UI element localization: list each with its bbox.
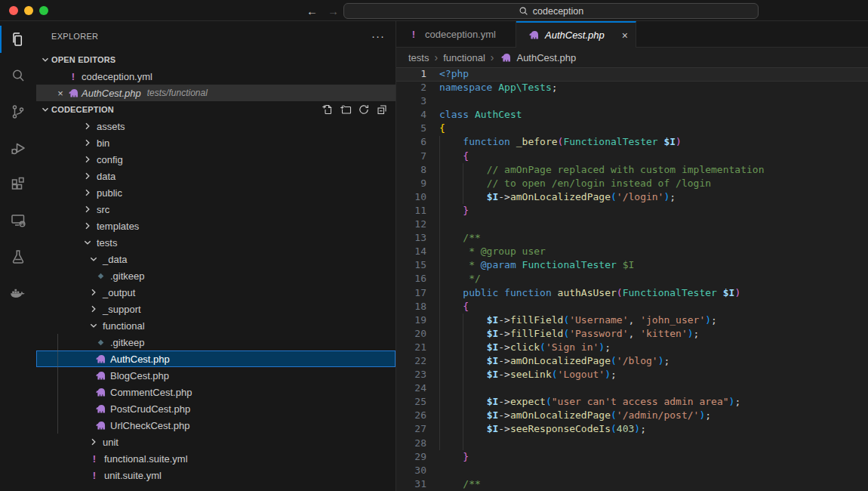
tree-item-label: UrlCheckCest.php [110, 420, 190, 431]
codeception-yml-icon: ! [407, 29, 420, 40]
line-number: 11 [396, 204, 426, 218]
chevron-down-icon [39, 54, 51, 66]
tree-item-assets[interactable]: assets [36, 118, 396, 134]
code-line: 13 /** [396, 231, 868, 245]
close-tab-icon[interactable]: × [622, 30, 628, 41]
php-elephant-icon [94, 370, 107, 381]
tree-item-public[interactable]: public [36, 184, 396, 201]
line-number: 4 [396, 108, 426, 122]
code-line-text: $I->amOnLocalizedPage('/blog'); [426, 354, 669, 368]
explorer-more-actions-button[interactable]: ··· [371, 32, 385, 40]
tree-item-label: src [97, 204, 109, 215]
refresh-button[interactable] [358, 103, 370, 116]
chevron-down-icon [88, 320, 100, 332]
file-tree: assetsbinconfigdatapublicsrctemplatestes… [36, 118, 396, 483]
line-number: 13 [396, 231, 426, 245]
code-line-text: function _before(FunctionalTester $I) [426, 135, 682, 149]
activity-testing-icon[interactable] [0, 239, 36, 275]
close-window-button[interactable] [9, 6, 18, 15]
tree-item--data[interactable]: _data [36, 251, 396, 267]
tree-item-label: bin [97, 137, 109, 149]
line-number: 1 [396, 67, 426, 81]
code-line-text: $I->amOnLocalizedPage('/login'); [426, 190, 676, 204]
activity-extensions-icon[interactable] [0, 166, 36, 202]
tree-item-tests[interactable]: tests [36, 234, 396, 251]
breadcrumb-item-authcest-php[interactable]: AuthCest.php [499, 52, 576, 63]
tree-item--output[interactable]: _output [36, 284, 396, 301]
vscode-window: ← → codeception [0, 0, 868, 491]
back-arrow-icon[interactable]: ← [306, 5, 318, 17]
code-line: 22 $I->amOnLocalizedPage('/blog'); [396, 354, 868, 368]
code-line: 27 $I->seeResponseCodeIs(403); [396, 422, 868, 436]
tree-item-blogcest-php[interactable]: BlogCest.php [36, 367, 396, 384]
activity-remote-explorer-icon[interactable] [0, 202, 36, 239]
codeception-yml-icon: ! [66, 71, 80, 82]
code-line-text: } [426, 450, 469, 464]
tree-item-templates[interactable]: templates [36, 218, 396, 234]
open-editor-description: tests/functional [147, 88, 208, 98]
project-section-header[interactable]: CODECEPTION [36, 101, 396, 118]
tree-item-unit-suite-yml[interactable]: !unit.suite.yml [36, 467, 396, 483]
code-line-text [426, 437, 439, 450]
collapse-all-button[interactable] [376, 103, 388, 116]
code-line-text: { [426, 150, 469, 163]
code-line: 15 * @param FunctionalTester $I [396, 258, 868, 272]
tree-item-config[interactable]: config [36, 151, 396, 168]
chevron-right-icon [88, 286, 100, 298]
activity-run-debug-icon[interactable] [0, 130, 36, 166]
activity-source-control-icon[interactable] [0, 94, 36, 130]
command-center-search[interactable]: codeception [343, 3, 759, 19]
tree-item-label: tests [97, 237, 117, 249]
close-editor-icon[interactable]: × [54, 88, 66, 99]
activity-search-icon[interactable] [0, 57, 36, 94]
chevron-down-icon [39, 103, 51, 116]
tree-item-label: functional [103, 320, 145, 332]
open-editor-item[interactable]: !codeception.yml [36, 68, 396, 85]
zoom-window-button[interactable] [39, 6, 48, 15]
tab-codeception-yml[interactable]: !codeception.yml [396, 21, 516, 48]
tree-item-data[interactable]: data [36, 168, 396, 184]
code-editor[interactable]: 1<?php2namespace App\Tests;34class AuthC… [396, 67, 868, 491]
tree-item-src[interactable]: src [36, 201, 396, 218]
tree-item-unit[interactable]: unit [36, 434, 396, 450]
line-number: 28 [396, 437, 426, 450]
code-line: 14 * @group user [396, 245, 868, 258]
code-line: 31 /** [396, 477, 868, 491]
tree-item-postcrudcest-php[interactable]: PostCrudCest.php [36, 400, 396, 417]
tree-item-urlcheckcest-php[interactable]: UrlCheckCest.php [36, 417, 396, 434]
new-file-button[interactable] [322, 103, 334, 116]
tree-item-bin[interactable]: bin [36, 134, 396, 151]
line-number: 23 [396, 368, 426, 381]
tree-item--support[interactable]: _support [36, 301, 396, 317]
tree-item-authcest-php[interactable]: AuthCest.php [36, 350, 396, 367]
breadcrumb-item-tests[interactable]: tests [408, 52, 429, 63]
new-folder-button[interactable] [340, 103, 352, 116]
tree-item-label: public [97, 187, 122, 199]
tree-item-commentcest-php[interactable]: CommentCest.php [36, 384, 396, 400]
chevron-right-icon [82, 170, 94, 182]
minimize-window-button[interactable] [24, 6, 33, 15]
open-editor-item[interactable]: ×AuthCest.phptests/functional [36, 85, 396, 101]
tab-authcest-php[interactable]: AuthCest.php× [516, 21, 636, 48]
code-line-text: <?php [426, 67, 469, 81]
tree-item-label: CommentCest.php [110, 387, 192, 398]
forward-arrow-icon[interactable]: → [328, 5, 339, 17]
line-number: 24 [396, 381, 426, 395]
activity-docker-icon[interactable] [0, 275, 36, 311]
code-line-text: { [426, 300, 469, 313]
tree-item-functional[interactable]: functional [36, 317, 396, 334]
tree-item--gitkeep[interactable]: .gitkeep [36, 267, 396, 284]
tree-item--gitkeep[interactable]: .gitkeep [36, 334, 396, 350]
open-editors-section-header[interactable]: OPEN EDITORS [36, 51, 396, 68]
activity-explorer-icon[interactable] [0, 21, 36, 57]
tree-item-label: config [97, 154, 123, 165]
tree-item-label: _output [103, 287, 135, 298]
code-line: 6 function _before(FunctionalTester $I) [396, 135, 868, 149]
tree-item-functional-suite-yml[interactable]: !functional.suite.yml [36, 450, 396, 467]
php-elephant-icon [499, 52, 512, 63]
tab-bar: !codeception.ymlAuthCest.php× [396, 21, 868, 48]
code-line-text [426, 464, 439, 477]
code-line-text: $I->expect("user can't access admin area… [426, 395, 740, 409]
breadcrumb-item-functional[interactable]: functional [443, 52, 485, 63]
chevron-right-icon [88, 303, 100, 315]
